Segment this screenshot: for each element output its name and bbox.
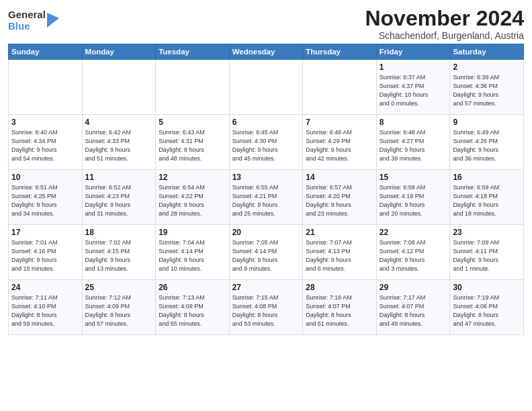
day-number: 17 xyxy=(11,228,79,237)
day-detail: Sunrise: 7:08 AM Sunset: 4:12 PM Dayligh… xyxy=(380,238,447,273)
day-detail: Sunrise: 6:39 AM Sunset: 4:36 PM Dayligh… xyxy=(453,73,521,108)
day-number: 25 xyxy=(85,283,153,292)
day-cell: 28Sunrise: 7:16 AM Sunset: 4:07 PM Dayli… xyxy=(303,280,377,335)
day-number: 7 xyxy=(306,118,373,127)
day-cell: 17Sunrise: 7:01 AM Sunset: 4:16 PM Dayli… xyxy=(9,225,83,280)
day-cell: 7Sunrise: 6:46 AM Sunset: 4:29 PM Daylig… xyxy=(303,115,377,170)
day-number: 12 xyxy=(159,173,226,182)
day-detail: Sunrise: 6:46 AM Sunset: 4:29 PM Dayligh… xyxy=(306,128,373,163)
week-row-0: 1Sunrise: 6:37 AM Sunset: 4:37 PM Daylig… xyxy=(9,60,524,115)
day-cell: 13Sunrise: 6:55 AM Sunset: 4:21 PM Dayli… xyxy=(229,170,303,225)
day-detail: Sunrise: 7:07 AM Sunset: 4:13 PM Dayligh… xyxy=(306,238,373,273)
day-number: 26 xyxy=(159,283,226,292)
svg-marker-0 xyxy=(47,13,59,28)
day-cell: 11Sunrise: 6:52 AM Sunset: 4:23 PM Dayli… xyxy=(82,170,156,225)
day-cell: 4Sunrise: 6:42 AM Sunset: 4:33 PM Daylig… xyxy=(82,115,156,170)
col-thursday: Thursday xyxy=(303,44,377,60)
day-detail: Sunrise: 6:45 AM Sunset: 4:30 PM Dayligh… xyxy=(232,128,300,163)
day-detail: Sunrise: 6:42 AM Sunset: 4:33 PM Dayligh… xyxy=(85,128,153,163)
logo-icon xyxy=(47,13,59,28)
day-number: 1 xyxy=(380,62,447,72)
day-cell: 19Sunrise: 7:04 AM Sunset: 4:14 PM Dayli… xyxy=(156,225,230,280)
day-cell xyxy=(156,60,230,115)
day-cell xyxy=(303,60,377,115)
day-number: 13 xyxy=(232,173,300,182)
day-number: 23 xyxy=(453,228,521,237)
day-number: 22 xyxy=(380,228,447,237)
week-row-3: 17Sunrise: 7:01 AM Sunset: 4:16 PM Dayli… xyxy=(9,225,524,280)
day-detail: Sunrise: 6:52 AM Sunset: 4:23 PM Dayligh… xyxy=(85,183,153,218)
day-detail: Sunrise: 7:09 AM Sunset: 4:11 PM Dayligh… xyxy=(453,238,521,273)
calendar-table: Sunday Monday Tuesday Wednesday Thursday… xyxy=(8,44,524,335)
week-row-1: 3Sunrise: 6:40 AM Sunset: 4:34 PM Daylig… xyxy=(9,115,524,170)
day-detail: Sunrise: 7:17 AM Sunset: 4:07 PM Dayligh… xyxy=(380,293,447,328)
col-wednesday: Wednesday xyxy=(229,44,303,60)
day-cell: 23Sunrise: 7:09 AM Sunset: 4:11 PM Dayli… xyxy=(450,225,524,280)
day-detail: Sunrise: 7:19 AM Sunset: 4:06 PM Dayligh… xyxy=(453,293,521,328)
header-row: Sunday Monday Tuesday Wednesday Thursday… xyxy=(9,44,524,60)
day-cell xyxy=(82,60,156,115)
day-cell: 6Sunrise: 6:45 AM Sunset: 4:30 PM Daylig… xyxy=(229,115,303,170)
day-cell: 15Sunrise: 6:58 AM Sunset: 4:19 PM Dayli… xyxy=(376,170,450,225)
day-cell: 27Sunrise: 7:15 AM Sunset: 4:08 PM Dayli… xyxy=(229,280,303,335)
day-cell: 5Sunrise: 6:43 AM Sunset: 4:31 PM Daylig… xyxy=(156,115,230,170)
day-cell: 10Sunrise: 6:51 AM Sunset: 4:25 PM Dayli… xyxy=(9,170,83,225)
day-number: 15 xyxy=(380,173,447,182)
day-cell: 20Sunrise: 7:05 AM Sunset: 4:14 PM Dayli… xyxy=(229,225,303,280)
title-block: November 2024 Schachendorf, Burgenland, … xyxy=(365,7,524,41)
day-detail: Sunrise: 7:15 AM Sunset: 4:08 PM Dayligh… xyxy=(232,293,300,328)
day-number: 9 xyxy=(453,118,521,127)
day-detail: Sunrise: 6:58 AM Sunset: 4:19 PM Dayligh… xyxy=(380,183,447,218)
day-cell xyxy=(9,60,83,115)
day-detail: Sunrise: 7:01 AM Sunset: 4:16 PM Dayligh… xyxy=(11,238,79,273)
day-number: 6 xyxy=(232,118,300,127)
day-number: 27 xyxy=(232,283,300,292)
day-number: 8 xyxy=(380,118,447,127)
day-detail: Sunrise: 7:05 AM Sunset: 4:14 PM Dayligh… xyxy=(232,238,300,273)
day-detail: Sunrise: 7:02 AM Sunset: 4:15 PM Dayligh… xyxy=(85,238,153,273)
day-number: 16 xyxy=(453,173,521,182)
day-detail: Sunrise: 6:48 AM Sunset: 4:27 PM Dayligh… xyxy=(380,128,447,163)
day-number: 18 xyxy=(85,228,153,237)
logo-blue: Blue xyxy=(8,21,46,32)
day-cell: 3Sunrise: 6:40 AM Sunset: 4:34 PM Daylig… xyxy=(9,115,83,170)
day-detail: Sunrise: 6:37 AM Sunset: 4:37 PM Dayligh… xyxy=(380,73,447,108)
col-saturday: Saturday xyxy=(450,44,524,60)
day-cell: 16Sunrise: 6:59 AM Sunset: 4:18 PM Dayli… xyxy=(450,170,524,225)
day-cell: 18Sunrise: 7:02 AM Sunset: 4:15 PM Dayli… xyxy=(82,225,156,280)
page-container: General Blue November 2024 Schachendorf,… xyxy=(0,0,532,340)
day-cell: 12Sunrise: 6:54 AM Sunset: 4:22 PM Dayli… xyxy=(156,170,230,225)
day-detail: Sunrise: 6:43 AM Sunset: 4:31 PM Dayligh… xyxy=(159,128,226,163)
header: General Blue November 2024 Schachendorf,… xyxy=(8,7,524,41)
day-cell xyxy=(229,60,303,115)
day-cell: 25Sunrise: 7:12 AM Sunset: 4:09 PM Dayli… xyxy=(82,280,156,335)
logo-general: General xyxy=(8,9,46,21)
month-title: November 2024 xyxy=(365,7,524,30)
day-cell: 22Sunrise: 7:08 AM Sunset: 4:12 PM Dayli… xyxy=(376,225,450,280)
logo-text: General Blue xyxy=(8,9,46,32)
day-number: 30 xyxy=(453,283,521,292)
day-cell: 9Sunrise: 6:49 AM Sunset: 4:26 PM Daylig… xyxy=(450,115,524,170)
day-detail: Sunrise: 7:11 AM Sunset: 4:10 PM Dayligh… xyxy=(11,293,79,328)
day-cell: 14Sunrise: 6:57 AM Sunset: 4:20 PM Dayli… xyxy=(303,170,377,225)
subtitle: Schachendorf, Burgenland, Austria xyxy=(365,30,524,41)
col-monday: Monday xyxy=(82,44,156,60)
day-detail: Sunrise: 6:40 AM Sunset: 4:34 PM Dayligh… xyxy=(11,128,79,163)
col-sunday: Sunday xyxy=(9,44,83,60)
day-detail: Sunrise: 6:57 AM Sunset: 4:20 PM Dayligh… xyxy=(306,183,373,218)
day-number: 24 xyxy=(11,283,79,292)
day-number: 5 xyxy=(159,118,226,127)
day-detail: Sunrise: 6:54 AM Sunset: 4:22 PM Dayligh… xyxy=(159,183,226,218)
day-cell: 29Sunrise: 7:17 AM Sunset: 4:07 PM Dayli… xyxy=(376,280,450,335)
day-number: 19 xyxy=(159,228,226,237)
day-cell: 2Sunrise: 6:39 AM Sunset: 4:36 PM Daylig… xyxy=(450,60,524,115)
col-tuesday: Tuesday xyxy=(156,44,230,60)
day-number: 10 xyxy=(11,173,79,182)
day-cell: 8Sunrise: 6:48 AM Sunset: 4:27 PM Daylig… xyxy=(376,115,450,170)
day-number: 20 xyxy=(232,228,300,237)
day-number: 11 xyxy=(85,173,153,182)
day-number: 2 xyxy=(453,62,521,72)
day-cell: 26Sunrise: 7:13 AM Sunset: 4:09 PM Dayli… xyxy=(156,280,230,335)
day-detail: Sunrise: 7:12 AM Sunset: 4:09 PM Dayligh… xyxy=(85,293,153,328)
day-cell: 30Sunrise: 7:19 AM Sunset: 4:06 PM Dayli… xyxy=(450,280,524,335)
